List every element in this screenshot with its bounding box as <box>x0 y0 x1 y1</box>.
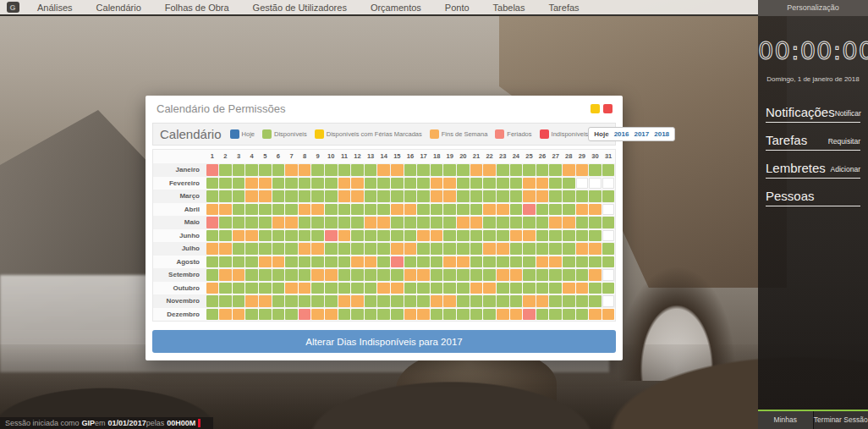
cell-marco-9[interactable] <box>311 190 324 202</box>
cell-novembro-19[interactable] <box>443 295 456 307</box>
cell-janeiro-14[interactable] <box>377 164 390 176</box>
cell-janeiro-6[interactable] <box>272 164 285 176</box>
cell-novembro-30[interactable] <box>589 295 602 307</box>
cell-julho-20[interactable] <box>457 243 470 255</box>
cell-abril-30[interactable] <box>589 204 602 216</box>
cell-janeiro-31[interactable] <box>602 164 615 176</box>
cell-fevereiro-19[interactable] <box>443 178 456 190</box>
cell-outubro-25[interactable] <box>523 283 536 294</box>
change-unavailable-days-button[interactable]: Alterar Dias Indisponíveis para 2017 <box>152 330 616 353</box>
cell-setembro-21[interactable] <box>470 269 483 281</box>
cell-agosto-21[interactable] <box>470 256 483 268</box>
cell-abril-3[interactable] <box>233 204 245 216</box>
cell-marco-7[interactable] <box>285 190 298 202</box>
cell-outubro-5[interactable] <box>259 283 272 294</box>
cell-agosto-19[interactable] <box>443 256 456 268</box>
year-button-2016[interactable]: 2016 <box>612 129 632 139</box>
cell-novembro-25[interactable] <box>523 295 536 307</box>
cell-agosto-1[interactable] <box>206 256 219 268</box>
cell-junho-26[interactable] <box>536 230 549 242</box>
cell-janeiro-3[interactable] <box>233 164 245 176</box>
cell-maio-16[interactable] <box>404 217 417 228</box>
nav-item-tabelas[interactable]: Tabelas <box>481 3 537 13</box>
cell-novembro-13[interactable] <box>365 295 377 307</box>
cell-maio-24[interactable] <box>510 217 523 228</box>
cell-julho-13[interactable] <box>365 243 377 255</box>
cell-marco-13[interactable] <box>365 190 377 202</box>
cell-maio-22[interactable] <box>483 217 496 228</box>
cell-agosto-30[interactable] <box>589 256 602 268</box>
cell-agosto-2[interactable] <box>219 256 232 268</box>
cell-agosto-15[interactable] <box>391 256 404 268</box>
cell-maio-23[interactable] <box>497 217 509 228</box>
cell-janeiro-4[interactable] <box>245 164 258 176</box>
sidebar-action-adicionar[interactable]: Adicionar <box>831 165 860 175</box>
cell-junho-20[interactable] <box>457 230 470 242</box>
cell-agosto-6[interactable] <box>272 256 285 268</box>
cell-agosto-10[interactable] <box>325 256 338 268</box>
cell-outubro-20[interactable] <box>457 283 470 294</box>
cell-fevereiro-14[interactable] <box>377 178 390 190</box>
cell-marco-27[interactable] <box>549 190 562 202</box>
cell-outubro-9[interactable] <box>311 283 324 294</box>
cell-junho-10[interactable] <box>325 230 338 242</box>
cell-abril-5[interactable] <box>259 204 272 216</box>
cell-julho-27[interactable] <box>549 243 562 255</box>
cell-abril-25[interactable] <box>523 204 536 216</box>
cell-novembro-14[interactable] <box>377 295 390 307</box>
cell-outubro-3[interactable] <box>233 283 245 294</box>
cell-maio-4[interactable] <box>245 217 258 228</box>
cell-junho-6[interactable] <box>272 230 285 242</box>
cell-setembro-16[interactable] <box>404 269 417 281</box>
cell-maio-18[interactable] <box>431 217 443 228</box>
cell-julho-22[interactable] <box>483 243 496 255</box>
cell-agosto-22[interactable] <box>483 256 496 268</box>
cell-fevereiro-1[interactable] <box>206 178 219 190</box>
cell-novembro-29[interactable] <box>576 295 589 307</box>
cell-fevereiro-17[interactable] <box>417 178 430 190</box>
cell-maio-25[interactable] <box>523 217 536 228</box>
cell-fevereiro-5[interactable] <box>259 178 272 190</box>
cell-outubro-16[interactable] <box>404 283 417 294</box>
cell-junho-12[interactable] <box>351 230 364 242</box>
cell-dezembro-23[interactable] <box>497 309 509 321</box>
cell-janeiro-24[interactable] <box>510 164 523 176</box>
cell-marco-14[interactable] <box>377 190 390 202</box>
cell-fevereiro-25[interactable] <box>523 178 536 190</box>
cell-novembro-27[interactable] <box>549 295 562 307</box>
cell-setembro-30[interactable] <box>589 269 602 281</box>
cell-abril-8[interactable] <box>299 204 311 216</box>
cell-abril-16[interactable] <box>404 204 417 216</box>
cell-setembro-27[interactable] <box>549 269 562 281</box>
cell-novembro-18[interactable] <box>431 295 443 307</box>
cell-outubro-19[interactable] <box>443 283 456 294</box>
cell-fevereiro-24[interactable] <box>510 178 523 190</box>
cell-marco-10[interactable] <box>325 190 338 202</box>
cell-marco-26[interactable] <box>536 190 549 202</box>
cell-marco-29[interactable] <box>576 190 589 202</box>
cell-dezembro-6[interactable] <box>272 309 285 321</box>
cell-novembro-4[interactable] <box>245 295 258 307</box>
nav-item-analises[interactable]: Análises <box>25 3 85 13</box>
cell-dezembro-27[interactable] <box>549 309 562 321</box>
cell-novembro-21[interactable] <box>470 295 483 307</box>
cell-dezembro-5[interactable] <box>259 309 272 321</box>
minimize-button[interactable] <box>591 104 600 113</box>
cell-agosto-9[interactable] <box>311 256 324 268</box>
cell-setembro-6[interactable] <box>272 269 285 281</box>
cell-maio-8[interactable] <box>299 217 311 228</box>
cell-maio-20[interactable] <box>457 217 470 228</box>
cell-novembro-12[interactable] <box>351 295 364 307</box>
cell-maio-29[interactable] <box>576 217 589 228</box>
cell-outubro-27[interactable] <box>549 283 562 294</box>
cell-dezembro-18[interactable] <box>431 309 443 321</box>
cell-fevereiro-6[interactable] <box>272 178 285 190</box>
cell-novembro-23[interactable] <box>497 295 509 307</box>
cell-junho-28[interactable] <box>563 230 575 242</box>
app-logo[interactable]: G <box>0 0 25 14</box>
cell-janeiro-22[interactable] <box>483 164 496 176</box>
cell-agosto-31[interactable] <box>602 256 615 268</box>
cell-maio-19[interactable] <box>443 217 456 228</box>
cell-abril-12[interactable] <box>351 204 364 216</box>
cell-novembro-5[interactable] <box>259 295 272 307</box>
